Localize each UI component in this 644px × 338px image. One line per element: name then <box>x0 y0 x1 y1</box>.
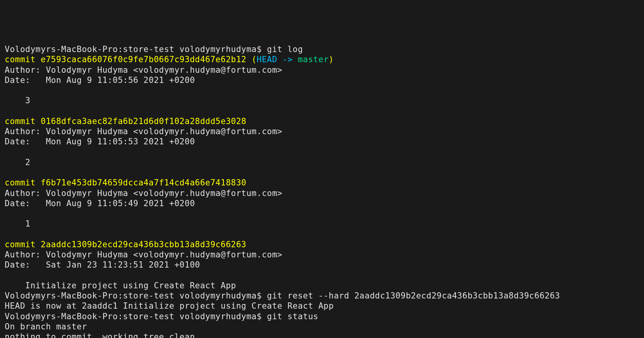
blank-line <box>5 147 639 157</box>
commit-author-line: Author: Volodymyr Hudyma <volodymyr.hudy… <box>5 126 639 137</box>
commit-hash-line: commit f6b71e453db74659dcca4a7f14cd4a66e… <box>5 178 639 188</box>
terminal-output[interactable]: Volodymyrs-MacBook-Pro:store-test volody… <box>5 44 639 338</box>
commit-message-line: 3 <box>5 95 639 106</box>
blank-line <box>5 229 639 239</box>
commit-message-line: 1 <box>5 219 639 229</box>
prompt-line: Volodymyrs-MacBook-Pro:store-test volody… <box>5 311 639 322</box>
blank-line <box>5 270 639 280</box>
commit-message-line: 2 <box>5 157 639 167</box>
prompt-line: Volodymyrs-MacBook-Pro:store-test volody… <box>5 44 639 54</box>
commit-date-line: Date: Mon Aug 9 11:05:49 2021 +0200 <box>5 198 639 209</box>
commit-author-line: Author: Volodymyr Hudyma <volodymyr.hudy… <box>5 65 639 75</box>
commit-author-line: Author: Volodymyr Hudyma <volodymyr.hudy… <box>5 250 639 260</box>
blank-line <box>5 167 639 178</box>
commit-hash-line: commit 2aaddc1309b2ecd29ca436b3cbb13a8d3… <box>5 239 639 250</box>
blank-line <box>5 85 639 95</box>
commit-hash-line: commit e7593caca66076f0c9fe7b0667c93dd46… <box>5 54 639 65</box>
commit-date-line: Date: Mon Aug 9 11:05:53 2021 +0200 <box>5 137 639 147</box>
commit-date-line: Date: Sat Jan 23 11:23:51 2021 +0100 <box>5 260 639 270</box>
prompt-line: Volodymyrs-MacBook-Pro:store-test volody… <box>5 291 639 301</box>
commit-hash-line: commit 0168dfca3aec82fa6b21d6d0f102a28dd… <box>5 116 639 126</box>
reset-output-line: HEAD is now at 2aaddc1 Initialize projec… <box>5 301 639 311</box>
commit-message-line: Initialize project using Create React Ap… <box>5 280 639 291</box>
status-clean-line: nothing to commit, working tree clean <box>5 332 639 338</box>
commit-author-line: Author: Volodymyr Hudyma <volodymyr.hudy… <box>5 188 639 198</box>
commit-date-line: Date: Mon Aug 9 11:05:56 2021 +0200 <box>5 75 639 85</box>
blank-line <box>5 209 639 219</box>
blank-line <box>5 106 639 116</box>
status-branch-line: On branch master <box>5 322 639 332</box>
